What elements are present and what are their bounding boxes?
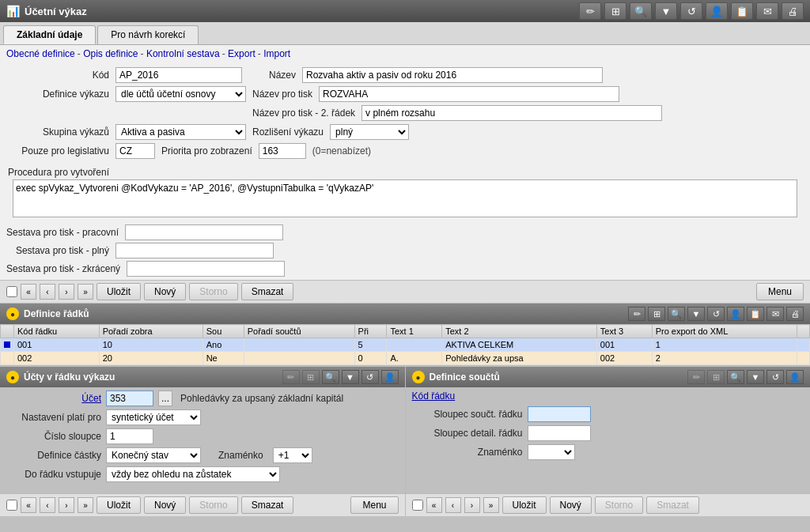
u-filter-icon[interactable]: ▼ — [342, 370, 359, 384]
u-storno-btn[interactable]: Storno — [189, 496, 237, 514]
s-nav-next[interactable]: › — [464, 497, 480, 513]
breadcrumb-kontrolni[interactable]: Kontrolní sestava — [146, 48, 220, 59]
breadcrumb-opis[interactable]: Opis definice — [83, 48, 138, 59]
u-ulozit-btn[interactable]: Uložit — [97, 496, 141, 514]
nazev-input[interactable] — [302, 67, 603, 83]
skupina-select[interactable]: Aktiva a pasiva — [115, 124, 246, 140]
nav-next[interactable]: › — [59, 284, 74, 300]
u-nav-first[interactable]: « — [21, 497, 36, 513]
ulozit-button[interactable]: Uložit — [97, 283, 141, 300]
s-novy-btn[interactable]: Nový — [550, 496, 592, 514]
definice-select[interactable]: dle účtů účetní osnovy — [115, 86, 246, 102]
ucet-browse-btn[interactable]: ... — [158, 391, 172, 406]
souctu-znameanko-select[interactable] — [528, 444, 575, 460]
u-user-icon[interactable]: 👤 — [381, 370, 399, 384]
sec-print-icon[interactable]: 🖨 — [786, 307, 804, 321]
tab-navrh[interactable]: Pro návrh korekcí — [97, 25, 199, 44]
breadcrumb-export[interactable]: Export — [228, 48, 255, 59]
nastaveni-select[interactable]: syntetický účet — [106, 409, 201, 425]
grid-icon[interactable]: ⊞ — [604, 2, 626, 20]
sec-user-icon[interactable]: 👤 — [727, 307, 744, 321]
ucty-checkbox[interactable] — [6, 500, 17, 511]
main-checkbox[interactable] — [6, 286, 17, 297]
novy-button[interactable]: Nový — [144, 283, 186, 300]
sec-filter-icon[interactable]: ▼ — [687, 307, 705, 321]
u-search-icon[interactable]: 🔍 — [322, 370, 339, 384]
sestava3-input[interactable] — [127, 261, 285, 277]
souctu-sloupec2-row: Sloupec detail. řádku — [412, 425, 804, 441]
s-search-icon[interactable]: 🔍 — [727, 370, 744, 384]
sec-edit-icon[interactable]: ✏ — [628, 307, 645, 321]
s-smazat-btn[interactable]: Smazat — [646, 496, 699, 514]
mail-icon[interactable]: ✉ — [756, 2, 778, 20]
refresh-icon[interactable]: ↺ — [680, 2, 702, 20]
nazevtisk-input[interactable] — [319, 86, 619, 102]
user-icon[interactable]: 👤 — [706, 2, 728, 20]
tab-zakladni[interactable]: Základní údaje — [3, 25, 96, 44]
filter-icon[interactable]: ▼ — [655, 2, 677, 20]
menu-button[interactable]: Menu — [756, 283, 804, 300]
u-menu-btn[interactable]: Menu — [350, 496, 398, 514]
kod-radku-link[interactable]: Kód řádku — [412, 391, 456, 402]
priorita-input[interactable] — [259, 143, 306, 159]
smazat-button[interactable]: Smazat — [241, 283, 294, 300]
breadcrumb-obecne[interactable]: Obecné definice — [6, 48, 75, 59]
kod-input[interactable] — [115, 67, 242, 83]
nav-prev[interactable]: ‹ — [40, 284, 55, 300]
s-nav-prev[interactable]: ‹ — [445, 497, 461, 513]
table-row[interactable]: 001 10 Ano 5 AKTIVA CELKEM 001 1 — [1, 338, 810, 352]
s-nav-first[interactable]: « — [426, 497, 442, 513]
s-filter-icon[interactable]: ▼ — [747, 370, 764, 384]
sec-grid-icon[interactable]: ⊞ — [648, 307, 665, 321]
edit-icon[interactable]: ✏ — [579, 2, 601, 20]
sec-search-icon[interactable]: 🔍 — [668, 307, 685, 321]
ucet-link[interactable]: Účet — [6, 393, 101, 404]
souctu-checkbox[interactable] — [412, 500, 423, 511]
znameanko-select[interactable]: +1 — [273, 447, 312, 463]
s-refresh-icon[interactable]: ↺ — [766, 370, 784, 384]
u-refresh-icon[interactable]: ↺ — [361, 370, 379, 384]
souctu-sloupec1-row: Sloupec součt. řádku — [412, 406, 804, 422]
sec-refresh-icon[interactable]: ↺ — [707, 307, 725, 321]
defcastky-select[interactable]: Konečný stav — [106, 447, 201, 463]
u-nav-next[interactable]: › — [59, 497, 74, 513]
s-edit-icon[interactable]: ✏ — [687, 370, 705, 384]
u-novy-btn[interactable]: Nový — [144, 496, 186, 514]
nav-first[interactable]: « — [21, 284, 36, 300]
table-row[interactable]: 002 20 Ne 0 A. Pohledávky za upsa 002 2 — [1, 352, 810, 365]
print-icon[interactable]: 🖨 — [782, 2, 804, 20]
u-nav-prev[interactable]: ‹ — [40, 497, 55, 513]
sestava2-input[interactable] — [115, 243, 274, 258]
doradku-select[interactable]: vždy bez ohledu na zůstatek — [106, 466, 280, 482]
rozliseni-select[interactable]: plný — [330, 124, 409, 140]
souctu-sloupec2-input[interactable] — [528, 425, 591, 441]
panel-ucty: ● Účty v řádku výkazu ✏ ⊞ 🔍 ▼ ↺ 👤 Účet .… — [0, 367, 406, 516]
row-poradi-002: 20 — [99, 352, 202, 365]
s-nav-last[interactable]: » — [483, 497, 499, 513]
u-smazat-btn[interactable]: Smazat — [241, 496, 294, 514]
u-grid-icon[interactable]: ⊞ — [302, 370, 320, 384]
sec-mail-icon[interactable]: ✉ — [766, 307, 784, 321]
cislo-input[interactable] — [106, 428, 153, 444]
sec-copy-icon[interactable]: 📋 — [747, 307, 764, 321]
col-export: Pro export do XML — [652, 325, 797, 338]
s-ulozit-btn[interactable]: Uložit — [502, 496, 547, 514]
search-icon[interactable]: 🔍 — [630, 2, 652, 20]
ucet-input[interactable] — [106, 391, 153, 406]
row-text3-002: 002 — [596, 352, 652, 365]
u-nav-last[interactable]: » — [78, 497, 93, 513]
breadcrumb-import[interactable]: Import — [263, 48, 290, 59]
souctu-sloupec1-input[interactable] — [528, 406, 591, 422]
s-user-icon[interactable]: 👤 — [786, 370, 804, 384]
s-grid-icon[interactable]: ⊞ — [707, 370, 725, 384]
legislativa-input[interactable] — [115, 143, 155, 159]
procedura-textarea[interactable]: exec spVykaz_Vytvoreni @KodVykazu = 'AP_… — [13, 179, 797, 217]
sestava1-input[interactable] — [125, 224, 283, 240]
u-edit-icon[interactable]: ✏ — [282, 370, 300, 384]
storno-button[interactable]: Storno — [189, 283, 237, 300]
s-storno-btn[interactable]: Storno — [595, 496, 643, 514]
copy-icon[interactable]: 📋 — [731, 2, 753, 20]
nazevtisk2-input[interactable] — [361, 105, 662, 121]
nav-last[interactable]: » — [78, 284, 93, 300]
col-scroll — [797, 325, 810, 338]
